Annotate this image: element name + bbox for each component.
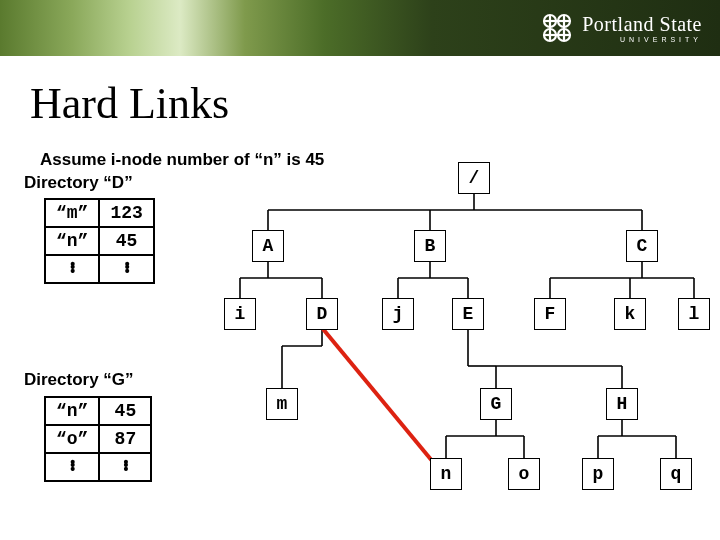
table-row: •••••• bbox=[45, 255, 154, 283]
tree-node-D: D bbox=[306, 298, 338, 330]
psu-logo-icon bbox=[540, 11, 574, 45]
tree-node-G: G bbox=[480, 388, 512, 420]
tree-node-F: F bbox=[534, 298, 566, 330]
psu-logo: Portland State UNIVERSITY bbox=[540, 11, 702, 45]
cell-inode: 87 bbox=[99, 425, 151, 453]
cell-name: “m” bbox=[45, 199, 99, 227]
tree-node-C: C bbox=[626, 230, 658, 262]
table-row: “o”87 bbox=[45, 425, 151, 453]
tree-node-A: A bbox=[252, 230, 284, 262]
cell-name: “n” bbox=[45, 227, 99, 255]
ellipsis-cell: ••• bbox=[99, 453, 151, 481]
header-banner: Portland State UNIVERSITY bbox=[0, 0, 720, 56]
cell-inode: 45 bbox=[99, 227, 153, 255]
directory-g-label: Directory “G” bbox=[24, 370, 134, 390]
table-row: “n”45 bbox=[45, 397, 151, 425]
tree-node-B: B bbox=[414, 230, 446, 262]
brand-sub: UNIVERSITY bbox=[582, 36, 702, 43]
table-row: “n”45 bbox=[45, 227, 154, 255]
ellipsis-cell: ••• bbox=[45, 453, 99, 481]
table-row: “m”123 bbox=[45, 199, 154, 227]
tree-node-n: n bbox=[430, 458, 462, 490]
svg-line-42 bbox=[323, 329, 433, 462]
tree-node-root: / bbox=[458, 162, 490, 194]
directory-d-table: “m”123 “n”45 •••••• bbox=[44, 198, 155, 284]
tree-node-i: i bbox=[224, 298, 256, 330]
tree-node-q: q bbox=[660, 458, 692, 490]
table-row: •••••• bbox=[45, 453, 151, 481]
tree-node-o: o bbox=[508, 458, 540, 490]
ellipsis-cell: ••• bbox=[45, 255, 99, 283]
tree-node-p: p bbox=[582, 458, 614, 490]
tree-node-E: E bbox=[452, 298, 484, 330]
tree-node-H: H bbox=[606, 388, 638, 420]
directory-g-table: “n”45 “o”87 •••••• bbox=[44, 396, 152, 482]
ellipsis-cell: ••• bbox=[99, 255, 153, 283]
tree-node-j: j bbox=[382, 298, 414, 330]
slide-title: Hard Links bbox=[30, 78, 229, 129]
cell-name: “n” bbox=[45, 397, 99, 425]
directory-d-label: Directory “D” bbox=[24, 173, 133, 193]
tree-node-k: k bbox=[614, 298, 646, 330]
filesystem-tree: / A B C i D j E F k l m G H n o p q bbox=[210, 150, 710, 520]
cell-name: “o” bbox=[45, 425, 99, 453]
cell-inode: 45 bbox=[99, 397, 151, 425]
tree-node-l: l bbox=[678, 298, 710, 330]
brand-main: Portland State bbox=[582, 14, 702, 34]
tree-node-m: m bbox=[266, 388, 298, 420]
cell-inode: 123 bbox=[99, 199, 153, 227]
